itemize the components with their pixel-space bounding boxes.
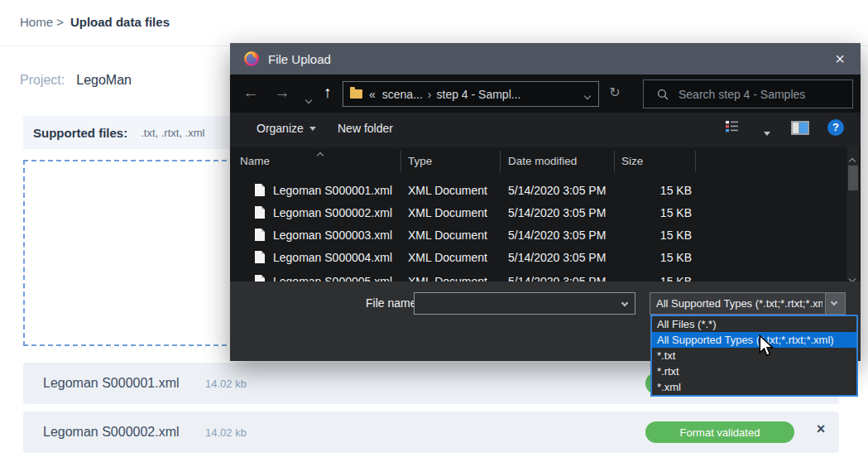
column-divider[interactable] (695, 151, 696, 172)
list-scrollbar[interactable] (847, 147, 859, 282)
column-header-type[interactable]: Type (408, 155, 432, 167)
address-crumb-parent[interactable]: scena... (382, 88, 423, 101)
view-mode-icon[interactable] (725, 120, 739, 135)
uploaded-file-card: Legoman S000002.xml 14.02 kb Format vali… (23, 411, 839, 453)
search-icon (657, 89, 669, 100)
command-bar: Organize New folder ? (230, 113, 861, 147)
file-row[interactable]: Legoman S000005.xmlXML Document5/14/2020… (230, 271, 846, 282)
dialog-titlebar[interactable]: File Upload × (230, 43, 861, 75)
back-button[interactable]: ← (238, 82, 263, 103)
address-bar[interactable]: « scena... › step 4 - Sampl... (343, 81, 599, 107)
document-icon (255, 229, 265, 241)
file-type-option-selected[interactable]: All Supported Types (*.txt;*.rtxt;*.xml) (652, 332, 856, 348)
search-box[interactable] (643, 79, 853, 108)
column-divider[interactable] (614, 151, 615, 172)
column-header-name[interactable]: Name (240, 155, 270, 167)
file-type-chevron-button[interactable] (825, 293, 845, 314)
firefox-icon (243, 51, 260, 67)
column-header-size[interactable]: Size (621, 155, 643, 167)
project-row: Project:LegoMan (20, 73, 132, 88)
project-label: Project: (20, 73, 65, 87)
folder-icon (350, 89, 362, 99)
file-row[interactable]: Legoman S000002.xmlXML Document5/14/2020… (230, 202, 846, 224)
file-upload-dialog: File Upload × ← → ↑ « scena... › step 4 … (230, 43, 861, 361)
column-headers: Name Type Date modified Size (230, 147, 861, 174)
dialog-close-button[interactable]: × (829, 49, 851, 69)
column-divider[interactable] (500, 151, 501, 172)
address-overflow[interactable]: « (369, 88, 376, 101)
file-type-combobox[interactable]: All Supported Types (*.txt;*.rtxt;*.xml) (650, 292, 846, 315)
remove-file-button[interactable]: × (811, 421, 831, 440)
file-name-combobox[interactable] (414, 292, 635, 315)
status-badge: Format validated (645, 421, 794, 443)
search-input[interactable] (679, 88, 836, 101)
dialog-title: File Upload (268, 52, 331, 66)
scrollbar-thumb[interactable] (848, 166, 858, 190)
breadcrumb: Home >Upload data files (20, 15, 170, 29)
column-header-date-modified[interactable]: Date modified (508, 155, 577, 167)
file-type-option[interactable]: *.xml (652, 379, 856, 395)
navigation-bar: ← → ↑ « scena... › step 4 - Sampl... ↻ (230, 75, 861, 113)
file-type-option[interactable]: All Files (*.*) (652, 316, 856, 332)
file-row[interactable]: Legoman S000001.xmlXML Document5/14/2020… (230, 180, 846, 202)
address-crumb-current[interactable]: step 4 - Sampl... (437, 88, 521, 101)
address-separator: › (428, 88, 432, 101)
new-folder-button[interactable]: New folder (338, 122, 393, 135)
view-mode-chevron-icon[interactable] (758, 127, 770, 140)
address-chevron-icon[interactable] (585, 88, 590, 101)
screen: Home >Upload data files Project:LegoMan … (0, 0, 868, 462)
uploaded-file-size: 14.02 kb (205, 378, 247, 390)
uploaded-file-size: 14.02 kb (205, 426, 247, 439)
uploaded-file-name: Legoman S000002.xml (43, 425, 180, 440)
help-button[interactable]: ? (827, 119, 844, 136)
file-name-label: File name: (366, 296, 420, 310)
file-type-option[interactable]: *.rtxt (652, 363, 856, 379)
file-type-value: All Supported Types (*.txt;*.rtxt;*.xml) (650, 293, 822, 314)
file-list: Legoman S000001.xmlXML Document5/14/2020… (230, 174, 846, 282)
refresh-button[interactable]: ↻ (602, 82, 627, 103)
document-icon (255, 184, 265, 196)
sort-ascending-icon (318, 148, 323, 161)
file-type-option[interactable]: *.txt (652, 348, 856, 363)
project-name: LegoMan (76, 73, 132, 87)
document-icon (255, 275, 265, 282)
document-icon (255, 251, 265, 263)
breadcrumb-home[interactable]: Home > (20, 15, 64, 29)
breadcrumb-current: Upload data files (70, 15, 170, 29)
supported-files-types: .txt, .rtxt, .xml (141, 127, 204, 139)
file-row[interactable]: Legoman S000003.xmlXML Document5/14/2020… (230, 224, 846, 247)
file-name-chevron-icon[interactable] (621, 300, 628, 306)
preview-pane-icon[interactable] (791, 121, 809, 137)
up-button[interactable]: ↑ (315, 82, 340, 103)
document-icon (255, 206, 265, 219)
supported-files-label: Supported files: (33, 126, 127, 140)
forward-button[interactable]: → (270, 82, 295, 103)
uploaded-file-name: Legoman S000001.xml (43, 376, 180, 391)
organize-chevron-icon (309, 127, 316, 131)
column-divider[interactable] (400, 151, 401, 172)
file-row[interactable]: Legoman S000004.xmlXML Document5/14/2020… (230, 247, 846, 269)
organize-menu[interactable]: Organize (257, 122, 316, 135)
file-name-input[interactable] (415, 293, 605, 314)
file-type-dropdown-list: All Files (*.*) All Supported Types (*.t… (650, 315, 858, 397)
